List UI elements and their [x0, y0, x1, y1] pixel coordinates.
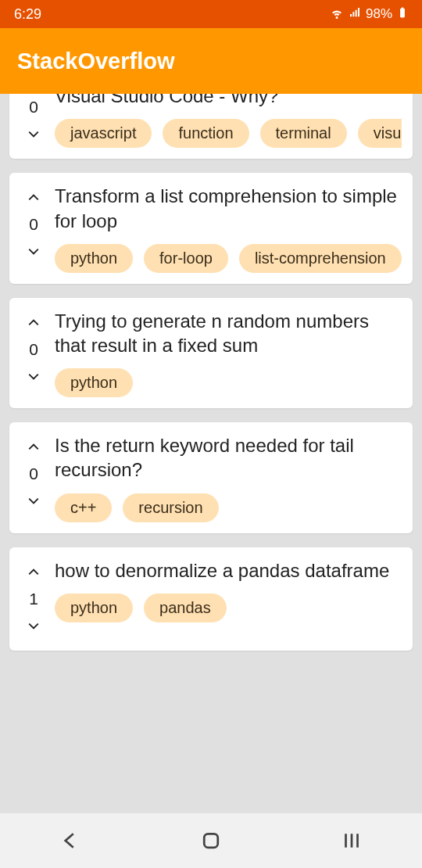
vote-score: 1	[29, 585, 38, 613]
upvote-button[interactable]	[20, 309, 47, 335]
vote-column: 0	[20, 309, 47, 397]
signal-icon	[349, 6, 361, 23]
tag-row[interactable]: pythonfor-looplist-comprehension	[55, 244, 402, 273]
question-card: 0Is the return keyword needed for tail r…	[9, 422, 413, 533]
vote-column: 0	[20, 433, 47, 522]
wifi-icon	[330, 5, 344, 23]
question-body: Not Logging Anything to the Terminal in …	[55, 94, 402, 148]
tag-pill[interactable]: javascript	[55, 119, 152, 148]
upvote-button[interactable]	[20, 558, 47, 585]
question-body: Trying to generate n random numbers that…	[55, 309, 402, 397]
vote-score: 0	[29, 94, 38, 121]
tag-pill[interactable]: recursion	[123, 493, 218, 522]
vote-column: 0	[20, 184, 47, 272]
tag-pill[interactable]: terminal	[260, 119, 347, 148]
tag-pill[interactable]: python	[55, 368, 133, 397]
status-bar: 6:29 98%	[0, 0, 422, 28]
downvote-button[interactable]	[20, 121, 47, 148]
question-list[interactable]: 0Not Logging Anything to the Terminal in…	[0, 94, 422, 813]
question-card: 0Not Logging Anything to the Terminal in…	[9, 94, 413, 159]
tag-pill[interactable]: function	[163, 119, 249, 148]
recents-button[interactable]	[320, 825, 383, 856]
downvote-button[interactable]	[20, 364, 47, 390]
question-title[interactable]: Is the return keyword needed for tail re…	[55, 433, 402, 482]
tag-pill[interactable]: python	[55, 594, 133, 622]
status-indicators: 98%	[330, 5, 408, 23]
question-body: how to denormalize a pandas dataframepyt…	[55, 558, 402, 640]
app-title: StackOverflow	[17, 48, 174, 74]
svg-rect-0	[204, 834, 218, 848]
downvote-button[interactable]	[20, 613, 47, 640]
tag-row[interactable]: javascriptfunctionterminalvisual	[55, 119, 402, 148]
downvote-button[interactable]	[20, 239, 47, 265]
app-bar: StackOverflow	[0, 28, 422, 94]
android-nav-bar	[0, 813, 422, 868]
vote-score: 0	[29, 335, 38, 364]
battery-icon	[397, 5, 408, 23]
vote-score: 0	[29, 210, 38, 239]
question-card: 0Trying to generate n random numbers tha…	[9, 298, 413, 408]
upvote-button[interactable]	[20, 184, 47, 210]
upvote-button[interactable]	[20, 433, 47, 460]
downvote-button[interactable]	[20, 488, 47, 515]
status-time: 6:29	[14, 6, 330, 23]
question-body: Is the return keyword needed for tail re…	[55, 433, 402, 522]
tag-pill[interactable]: list-comprehension	[239, 244, 402, 273]
tag-pill[interactable]: pandas	[144, 594, 227, 622]
tag-row[interactable]: c++recursion	[55, 493, 402, 522]
question-title[interactable]: Transform a list comprehension to simple…	[55, 184, 402, 232]
tag-pill[interactable]: visual	[358, 119, 402, 148]
back-button[interactable]	[39, 825, 102, 856]
vote-column: 0	[20, 94, 47, 148]
vote-score: 0	[29, 460, 38, 488]
tag-row[interactable]: pythonpandas	[55, 594, 402, 622]
tag-row[interactable]: python	[55, 368, 402, 397]
question-card: 1how to denormalize a pandas dataframepy…	[9, 547, 413, 651]
tag-pill[interactable]: python	[55, 244, 133, 273]
question-body: Transform a list comprehension to simple…	[55, 184, 402, 272]
home-button[interactable]	[180, 825, 242, 856]
question-card: 0Transform a list comprehension to simpl…	[9, 173, 413, 283]
question-title[interactable]: Not Logging Anything to the Terminal in …	[55, 94, 402, 108]
question-title[interactable]: how to denormalize a pandas dataframe	[55, 558, 402, 583]
tag-pill[interactable]: for-loop	[144, 244, 228, 273]
vote-column: 1	[20, 558, 47, 640]
tag-pill[interactable]: c++	[55, 493, 112, 522]
question-title[interactable]: Trying to generate n random numbers that…	[55, 309, 402, 357]
battery-text: 98%	[366, 6, 392, 22]
